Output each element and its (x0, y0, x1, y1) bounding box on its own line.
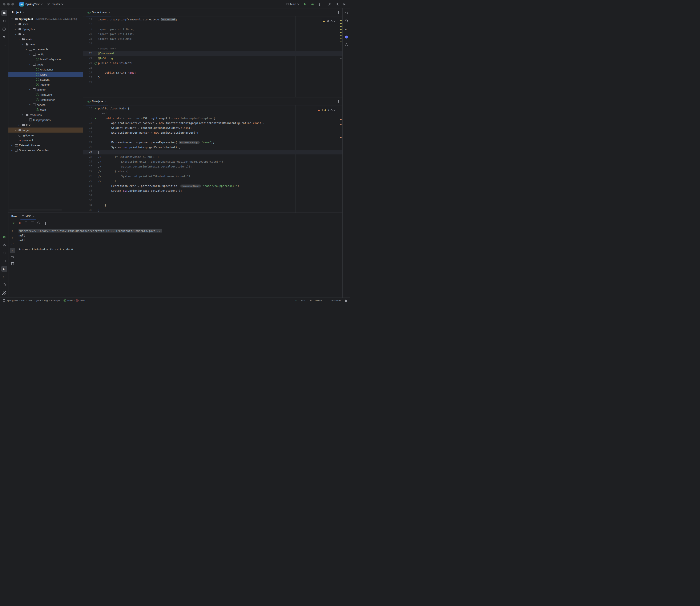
tree-item-teacher[interactable]: ITeacher (8, 82, 83, 87)
gc-icon[interactable] (36, 220, 41, 225)
stripe-mark[interactable] (340, 26, 342, 27)
commit-icon[interactable] (1, 18, 7, 24)
project-panel-header[interactable]: Project (8, 8, 83, 16)
tree-item-student[interactable]: CStudent (8, 77, 83, 82)
code-line[interactable]: 30 Expression exp2 = parser.parseExpress… (83, 184, 343, 188)
notifications-icon[interactable] (344, 10, 349, 16)
dependencies-icon[interactable] (1, 258, 7, 264)
stop-icon[interactable]: ■ (17, 220, 22, 225)
database-icon[interactable] (344, 18, 349, 24)
maven-icon[interactable]: m (344, 26, 349, 32)
stripe-mark[interactable] (340, 47, 342, 47)
tree-item-main[interactable]: ▾main (8, 37, 83, 42)
file-encoding[interactable]: UTF-8 (315, 299, 322, 302)
line-number[interactable]: 19 (83, 130, 93, 135)
close-window-icon[interactable] (3, 3, 5, 5)
code-line[interactable]: 18 (83, 22, 343, 27)
more-icon[interactable] (43, 220, 48, 225)
code-line[interactable]: 27 public String name; (83, 70, 343, 75)
tab-main-java[interactable]: C Main.java × (86, 97, 109, 105)
code-line[interactable]: 28// System.out.println("Student name is… (83, 174, 343, 179)
inspections-widget[interactable]: 16 (322, 18, 336, 24)
code-with-me-icon[interactable] (344, 42, 349, 48)
line-number[interactable]: 33 (83, 198, 93, 203)
stripe-mark[interactable] (340, 59, 342, 59)
structure-icon[interactable] (1, 34, 7, 40)
down-stack-trace-icon[interactable]: ↓ (10, 235, 15, 240)
line-number[interactable]: 22 (83, 41, 93, 46)
breadcrumb-item[interactable]: example (51, 299, 60, 302)
tree-item--gitignore[interactable]: .gitignore (8, 133, 83, 138)
breadcrumb-item[interactable]: src (21, 299, 24, 302)
horizontal-scrollbar[interactable] (9, 210, 62, 210)
services-icon[interactable] (1, 250, 7, 256)
chevron-down-icon[interactable]: ▾ (21, 43, 24, 45)
line-number[interactable]: 21 (83, 37, 93, 41)
chevron-down-icon[interactable]: ▾ (28, 63, 31, 66)
breadcrumb-item[interactable]: Main (67, 299, 73, 302)
tree-item-src[interactable]: ▾src (8, 31, 83, 37)
soft-wrap-icon[interactable]: ↩ (10, 241, 15, 247)
tree-item-test-properties[interactable]: test.properties (8, 117, 83, 122)
tree-item--idea[interactable]: ▸.idea (8, 21, 83, 26)
stripe-mark[interactable] (340, 35, 342, 36)
close-tab-icon[interactable]: × (105, 100, 107, 103)
debug-button[interactable] (309, 1, 315, 7)
line-number[interactable]: 26 (83, 66, 93, 70)
git-icon[interactable] (1, 290, 7, 296)
code-line[interactable]: 19import java.util.Date; (83, 27, 343, 31)
chevron-down-icon[interactable]: ▾ (28, 89, 31, 91)
line-number[interactable]: 26 (83, 164, 93, 169)
chevron-down-icon[interactable]: ▾ (18, 38, 21, 40)
tree-item-external-libraries[interactable]: ▸External Libraries (8, 143, 83, 148)
code-line[interactable]: 23 (83, 149, 343, 155)
build-icon[interactable] (1, 242, 7, 248)
run-configuration-widget[interactable]: Main (284, 2, 301, 6)
chevron-right-icon[interactable]: ▸ (14, 28, 17, 30)
user-button[interactable] (327, 1, 333, 7)
tree-item-java[interactable]: ▾java (8, 42, 83, 47)
breadcrumb-item[interactable]: SpringTest (6, 299, 18, 302)
code-line[interactable]: 19 ExpressionParser parser = new SpelExp… (83, 130, 343, 135)
code-line[interactable]: 21 Expression exp = parser.parseExpressi… (83, 140, 343, 145)
line-number[interactable]: 24 (83, 56, 93, 61)
code-line[interactable]: 16▶ public static void main(String[] arg… (83, 116, 343, 121)
line-number[interactable]: 23 (83, 149, 93, 155)
prev-problem-icon[interactable] (331, 110, 333, 112)
code-line[interactable]: 22 System.out.println(exp.getValue(stude… (83, 145, 343, 149)
chevron-down-icon[interactable]: ▾ (28, 104, 31, 106)
run-gutter-icon[interactable]: ▶ (93, 116, 98, 121)
chevron-down-icon[interactable]: ▾ (21, 114, 24, 116)
chevron-right-icon[interactable]: ▸ (18, 124, 21, 126)
print-icon[interactable] (10, 254, 15, 259)
tree-item-springtest[interactable]: ▸SpringTest (8, 26, 83, 31)
line-number[interactable]: 31 (83, 188, 93, 193)
usages-inlay-hint[interactable]: new * (98, 112, 107, 115)
stripe-mark[interactable] (340, 137, 342, 138)
tree-item-org-example[interactable]: ▾org.example (8, 47, 83, 52)
search-everywhere-button[interactable] (334, 1, 340, 7)
stripe-mark[interactable] (340, 124, 342, 124)
line-number[interactable]: 18 (83, 22, 93, 27)
line-number[interactable]: 21 (83, 140, 93, 145)
line-number[interactable]: 22 (83, 145, 93, 149)
line-number[interactable]: 27 (83, 169, 93, 174)
line-number[interactable]: 35 (83, 208, 93, 212)
tree-item-listener[interactable]: ▾listener (8, 87, 83, 92)
breadcrumb-item[interactable]: main (28, 299, 33, 302)
code-line[interactable]: 24@ToString (83, 56, 343, 61)
code-line[interactable]: 20import java.util.List; (83, 31, 343, 37)
next-problem-icon[interactable] (333, 109, 336, 111)
code-line[interactable]: 18 Student student = context.getBean(Stu… (83, 125, 343, 130)
minimize-window-icon[interactable] (7, 3, 10, 5)
rerun-icon[interactable]: ↻ (11, 220, 16, 225)
line-number[interactable]: 20 (83, 135, 93, 140)
code-line[interactable]: 21import java.util.Map; (83, 37, 343, 41)
inlay-hint-pill[interactable]: expressionString: (180, 185, 201, 187)
line-number[interactable]: 19 (83, 27, 93, 31)
next-problem-icon[interactable] (333, 20, 336, 22)
prev-problem-icon[interactable] (331, 20, 333, 23)
close-tab-icon[interactable]: × (109, 11, 110, 14)
inlay-hint-pill[interactable]: expressionString: (179, 141, 200, 144)
stripe-mark[interactable] (340, 23, 342, 24)
